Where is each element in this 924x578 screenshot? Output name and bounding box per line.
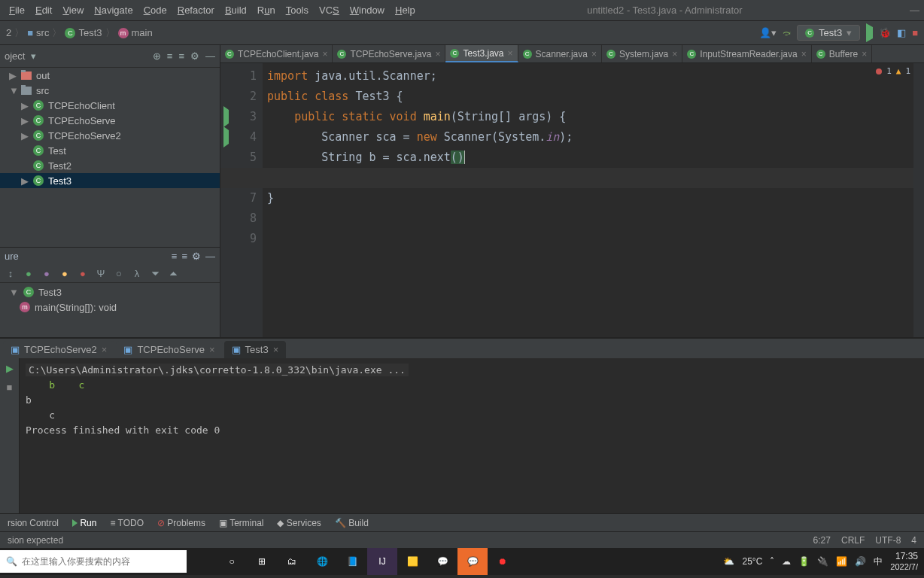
tree-item[interactable]: ▶CTCPEchoClient	[0, 98, 220, 113]
tray-chevron-icon[interactable]: ˄	[770, 556, 774, 567]
menu-file[interactable]: File	[5, 2, 29, 18]
rerun-icon[interactable]: ▶	[6, 363, 14, 374]
menu-run[interactable]: Run	[253, 2, 280, 18]
editor-tab[interactable]: CBuffere×	[812, 45, 873, 62]
line-separator[interactable]: CRLF	[841, 535, 865, 546]
editor-tab[interactable]: CInputStreamReader.java×	[682, 45, 811, 62]
expand-icon[interactable]: ≡	[167, 50, 173, 62]
filter-icon[interactable]: ●	[41, 268, 53, 279]
task-wechat-icon[interactable]: 💬	[457, 548, 488, 575]
close-icon[interactable]: ×	[801, 49, 807, 59]
tree-item[interactable]: ▶CTCPEchoServe	[0, 113, 220, 128]
tree-item[interactable]: ▶out	[0, 68, 220, 83]
task-edge-icon[interactable]: 🌐	[307, 548, 337, 575]
run-config-selector[interactable]: C Test3 ▾	[797, 25, 860, 41]
gear-icon[interactable]: ⚙	[192, 251, 201, 262]
structure-item[interactable]: mmain(String[]): void	[0, 300, 220, 315]
hide-icon[interactable]: —	[205, 50, 215, 62]
gutter-run-icon[interactable]	[223, 127, 229, 148]
crumb-class[interactable]: Test3	[78, 27, 102, 38]
menu-navigate[interactable]: Navigate	[90, 2, 137, 18]
close-icon[interactable]: ×	[862, 49, 867, 59]
filter-icon[interactable]: ●	[59, 268, 71, 279]
clock-time[interactable]: 17:35	[890, 551, 918, 561]
tree-item[interactable]: CTest	[0, 143, 220, 158]
menu-vcs[interactable]: VCS	[315, 2, 344, 18]
close-icon[interactable]: ×	[508, 48, 513, 59]
crumb-root[interactable]: 2	[6, 27, 11, 38]
minimize-icon[interactable]: —	[910, 5, 919, 16]
collapse-icon[interactable]: ≡	[172, 251, 178, 262]
filter-icon[interactable]: λ	[131, 268, 143, 279]
run-tab[interactable]: ▣TCPEchoServe ×	[116, 341, 222, 358]
tab-run[interactable]: Run	[72, 518, 96, 528]
close-icon[interactable]: ×	[672, 49, 677, 59]
error-stripe[interactable]	[913, 63, 924, 337]
filter-icon[interactable]: ⏷	[149, 268, 161, 279]
menu-refactor[interactable]: Refactor	[173, 2, 219, 18]
cursor-position[interactable]: 6:27	[813, 535, 831, 546]
crumb-method[interactable]: main	[132, 27, 153, 38]
close-icon[interactable]: ×	[591, 49, 597, 59]
close-icon[interactable]: ×	[102, 344, 108, 355]
file-encoding[interactable]: UTF-8	[875, 535, 901, 546]
task-app-icon[interactable]: 📘	[337, 548, 367, 575]
menu-build[interactable]: Build	[220, 2, 251, 18]
expand-icon[interactable]: ≡	[181, 251, 187, 262]
weather-icon[interactable]: ⛅	[723, 556, 734, 567]
stop-button[interactable]: ■	[912, 27, 918, 38]
tab-vcs[interactable]: rsion Control	[8, 518, 59, 528]
close-icon[interactable]: ×	[273, 344, 279, 355]
close-icon[interactable]: ×	[322, 49, 327, 59]
tray-wifi-icon[interactable]: 📶	[836, 556, 847, 567]
editor-tab[interactable]: CSystem.java×	[602, 45, 682, 62]
menu-tools[interactable]: Tools	[281, 2, 313, 18]
code-area[interactable]: 123456789 import java.util.Scanner;publi…	[220, 63, 924, 337]
close-icon[interactable]: ×	[435, 49, 440, 59]
hide-icon[interactable]: —	[205, 251, 215, 262]
tab-todo[interactable]: ≡ TODO	[110, 518, 144, 528]
run-button[interactable]	[866, 27, 873, 38]
chevron-down-icon[interactable]: ▾	[31, 50, 36, 62]
menu-edit[interactable]: Edit	[31, 2, 56, 18]
task-explorer-icon[interactable]: 🗂	[277, 548, 307, 575]
task-intellij-icon[interactable]: IJ	[367, 548, 397, 575]
run-tab[interactable]: ▣TCPEchoServe2 ×	[3, 341, 114, 358]
menu-help[interactable]: Help	[391, 2, 420, 18]
tab-build[interactable]: 🔨 Build	[335, 518, 369, 528]
filter-icon[interactable]: ●	[77, 268, 89, 279]
task-view-icon[interactable]: ⊞	[247, 548, 277, 575]
coverage-button[interactable]: ◧	[897, 27, 906, 38]
task-cortana-icon[interactable]: ○	[217, 548, 247, 575]
tree-item[interactable]: ▶CTest3	[0, 173, 220, 188]
task-app-icon[interactable]: 💬	[427, 548, 457, 575]
tray-onedrive-icon[interactable]: ☁	[782, 556, 791, 567]
tray-battery-icon[interactable]: 🔋	[798, 556, 810, 567]
tree-item[interactable]: CTest2	[0, 158, 220, 173]
cwm-icon[interactable]: 👤▾	[759, 27, 777, 38]
editor-tab[interactable]: CTCPEchoClient.java×	[220, 45, 333, 62]
debug-button[interactable]: 🐞	[879, 27, 891, 38]
task-app-icon[interactable]: 🟨	[397, 548, 427, 575]
windows-search[interactable]: 🔍 在这里输入你要搜索的内容	[0, 550, 187, 573]
close-icon[interactable]: ×	[209, 344, 215, 355]
run-tab[interactable]: ▣Test3 ×	[224, 341, 287, 358]
analysis-indicator[interactable]: 1 ▲1	[876, 66, 910, 76]
menu-view[interactable]: View	[58, 2, 88, 18]
gear-icon[interactable]: ⚙	[190, 50, 199, 62]
gutter-run-icon[interactable]	[223, 107, 229, 127]
editor-tab[interactable]: CTCPEchoServe.java×	[333, 45, 445, 62]
tree-item[interactable]: ▼src	[0, 83, 220, 98]
crumb-src[interactable]: src	[36, 27, 49, 38]
tab-terminal[interactable]: ▣ Terminal	[219, 518, 263, 528]
sort-icon[interactable]: ↕	[5, 268, 17, 279]
run-output[interactable]: C:\Users\Administrator\.jdks\corretto-1.…	[20, 358, 924, 513]
tree-item[interactable]: ▶CTCPEchoServe2	[0, 128, 220, 143]
collapse-icon[interactable]: ≡	[178, 50, 184, 62]
filter-icon[interactable]: ●	[23, 268, 35, 279]
filter-icon[interactable]: Ψ	[95, 268, 107, 279]
task-record-icon[interactable]: ⏺	[488, 548, 518, 575]
editor-tab[interactable]: CScanner.java×	[518, 45, 602, 62]
build-hammer-icon[interactable]: ⤼	[783, 27, 791, 38]
menu-window[interactable]: Window	[345, 2, 389, 18]
